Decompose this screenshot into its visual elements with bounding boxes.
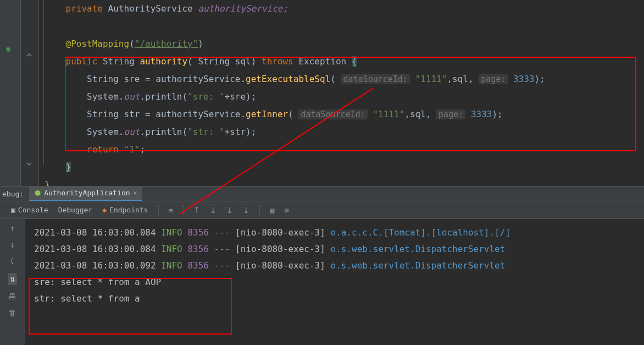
indent-guide xyxy=(43,0,44,165)
filter-icon[interactable]: ≡ xyxy=(169,206,173,215)
console-sidebar: ↑ ↓ ⤹ ⇅ 🖶 🗑 xyxy=(0,219,25,345)
endpoints-tab[interactable]: ◆ Endpoints xyxy=(102,206,148,214)
close-icon[interactable]: ✕ xyxy=(134,189,137,196)
separator xyxy=(259,205,260,215)
evaluate-icon[interactable]: ▦ xyxy=(270,206,274,215)
console-output[interactable]: 2021-03-08 16:03:00.084 INFO 8356 --- [n… xyxy=(25,219,644,345)
debugger-tab[interactable]: Debugger xyxy=(58,206,93,214)
fold-gutter xyxy=(21,0,38,186)
print-icon[interactable]: 🖶 xyxy=(8,292,16,302)
spring-icon: ◉ xyxy=(6,44,20,53)
debug-tabbar: ebug: ⬢ AuthorityApplication ✕ xyxy=(0,186,644,201)
up-arrow-icon[interactable]: ↑ xyxy=(10,223,15,233)
stdout-line: sre: select * from a AOP xyxy=(34,274,635,291)
upload-icon[interactable]: ⤒ xyxy=(193,206,200,215)
scroll-lock-icon[interactable]: ⇅ xyxy=(8,273,17,285)
kw-private: private xyxy=(66,3,103,14)
log-line: 2021-03-08 16:03:00.084 INFO 8356 --- [n… xyxy=(34,241,635,258)
tab-authority-application[interactable]: ⬢ AuthorityApplication ✕ xyxy=(29,187,142,201)
debug-toolbar: ▣ Console Debugger ◆ Endpoints ≡ ⤒ ⤓ ⤓ ⤓… xyxy=(0,201,644,219)
annotation: @PostMapping xyxy=(66,39,130,49)
tab-label: AuthorityApplication xyxy=(44,189,130,197)
stdout-line: str: select * from a xyxy=(34,291,635,307)
param-hint: dataSourceId: xyxy=(341,74,409,84)
console-icon: ▣ xyxy=(11,206,15,214)
download-icon[interactable]: ⤓ xyxy=(210,206,216,215)
endpoints-icon: ◆ xyxy=(102,206,107,214)
param-hint: page: xyxy=(479,74,508,84)
down-arrow-icon[interactable]: ↓ xyxy=(10,240,15,250)
console-tab[interactable]: ▣ Console xyxy=(11,206,48,214)
project-gutter: ◉ xyxy=(0,0,21,186)
log-line: 2021-03-08 16:03:00.092 INFO 8356 --- [n… xyxy=(34,258,635,274)
code-editor[interactable]: ◉ private AuthorityService authorityServ… xyxy=(0,0,644,186)
log-line: 2021-03-08 16:03:00.084 INFO 8356 --- [n… xyxy=(34,224,635,241)
param-hint: page: xyxy=(436,109,465,119)
fold-up-icon[interactable] xyxy=(26,51,32,57)
bug-icon: ⬢ xyxy=(35,189,41,197)
settings-icon[interactable]: ≋ xyxy=(284,206,288,215)
code-area[interactable]: private AuthorityService authorityServic… xyxy=(38,0,644,186)
separator xyxy=(158,205,159,215)
download-icon-2[interactable]: ⤓ xyxy=(226,206,233,215)
soft-wrap-icon[interactable]: ⤹ xyxy=(9,256,16,266)
fold-down-icon[interactable] xyxy=(26,160,32,166)
separator xyxy=(183,205,184,215)
debug-label: ebug: xyxy=(2,190,24,198)
param-hint: dataSourceId: xyxy=(298,109,367,119)
trash-icon[interactable]: 🗑 xyxy=(8,308,16,318)
download-icon-3[interactable]: ⤓ xyxy=(243,206,249,215)
